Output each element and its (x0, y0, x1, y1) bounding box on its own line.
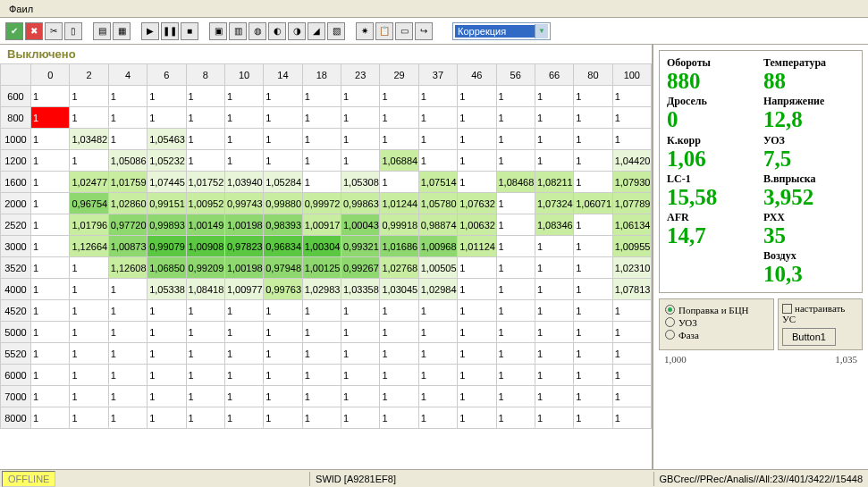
grid-cell[interactable]: 1 (458, 300, 496, 322)
grid-cell[interactable]: 1,00304 (302, 236, 341, 257)
grid-cell[interactable]: 1 (224, 322, 263, 343)
grid-cell[interactable]: 1 (612, 407, 651, 429)
grid-cell[interactable]: 1 (341, 86, 380, 107)
grid-cell[interactable]: 1 (302, 407, 341, 429)
grid-cell[interactable]: 1,06071 (574, 193, 612, 214)
stop-icon[interactable]: ■ (181, 22, 198, 40)
grid-cell[interactable]: 1 (535, 279, 573, 300)
col-header[interactable]: 100 (612, 64, 651, 86)
grid-cell[interactable]: 1 (458, 129, 496, 150)
grid-cell[interactable]: 1,01244 (380, 193, 418, 214)
exit-icon[interactable]: ↪ (415, 22, 433, 40)
grid-cell[interactable]: 1 (31, 193, 70, 214)
tool-icon[interactable]: ✂ (45, 22, 63, 40)
grid-cell[interactable]: 1 (535, 257, 573, 279)
grid-cell[interactable]: 1 (31, 279, 70, 300)
data-grid[interactable]: 0246810141823293746566680100600111111111… (0, 63, 652, 469)
grid-cell[interactable]: 1 (380, 343, 418, 365)
grid-cell[interactable]: 1 (264, 407, 302, 429)
grid-cell[interactable]: 1 (496, 386, 535, 407)
grid-cell[interactable]: 1 (108, 322, 147, 343)
col-header[interactable]: 56 (496, 64, 535, 86)
grid-cell[interactable]: 1 (574, 365, 612, 386)
grid-cell[interactable]: 1 (496, 86, 535, 107)
grid-cell[interactable]: 1 (186, 365, 224, 386)
grid-cell[interactable]: 1 (302, 129, 341, 150)
grid-cell[interactable]: 1 (31, 300, 70, 322)
grid-cell[interactable]: 1 (418, 150, 457, 172)
grid-cell[interactable]: 1 (341, 343, 380, 365)
grid-cell[interactable]: 1 (186, 407, 224, 429)
grid-cell[interactable]: 1 (224, 129, 263, 150)
grid-cell[interactable]: 1 (458, 107, 496, 129)
accept-icon[interactable]: ✔ (5, 22, 23, 40)
grid-cell[interactable]: 1 (108, 107, 147, 129)
grid-cell[interactable]: 1 (224, 365, 263, 386)
grid-cell[interactable]: 1 (186, 386, 224, 407)
grid-cell[interactable]: 1,03482 (70, 129, 108, 150)
grid-cell[interactable]: 1 (186, 343, 224, 365)
grid-cell[interactable]: 1 (264, 322, 302, 343)
grid-cell[interactable]: 1 (496, 129, 535, 150)
col-header[interactable]: 23 (341, 64, 380, 86)
grid-cell[interactable]: 0,99267 (341, 257, 380, 279)
grid-cell[interactable]: 1 (380, 86, 418, 107)
grid-cell[interactable]: 1 (496, 343, 535, 365)
grid-cell[interactable]: 1 (458, 150, 496, 172)
copy-icon[interactable]: 📋 (375, 22, 393, 40)
grid-cell[interactable]: 1 (31, 236, 70, 257)
grid-cell[interactable]: 1 (612, 322, 651, 343)
grid-cell[interactable]: 0,99893 (147, 214, 186, 236)
grid-cell[interactable]: 1,07324 (535, 193, 573, 214)
row-header[interactable]: 1000 (1, 129, 31, 150)
grid-cell[interactable]: 1 (264, 365, 302, 386)
grid-cell[interactable]: 0,99079 (147, 236, 186, 257)
grid-cell[interactable]: 1 (147, 86, 186, 107)
grid-cell[interactable]: 1 (31, 407, 70, 429)
grid-cell[interactable]: 1 (535, 86, 573, 107)
grid-cell[interactable]: 1 (535, 322, 573, 343)
radio-uoz[interactable]: УОЗ (665, 317, 768, 328)
grid-cell[interactable]: 1 (224, 343, 263, 365)
checkbox-tune[interactable]: настраивать УС (782, 303, 858, 325)
grid-cell[interactable]: 1 (341, 386, 380, 407)
col-header[interactable]: 37 (418, 64, 457, 86)
grid-cell[interactable]: 0,99151 (147, 193, 186, 214)
grid-cell[interactable]: 1 (535, 236, 573, 257)
panel4-icon[interactable]: ◐ (268, 22, 286, 40)
grid-cell[interactable]: 1 (264, 386, 302, 407)
grid-cell[interactable]: 1,04420 (612, 150, 651, 172)
doc-icon[interactable]: ▤ (93, 22, 111, 40)
col-header[interactable]: 14 (264, 64, 302, 86)
grid-cell[interactable]: 1 (70, 343, 108, 365)
grid-cell[interactable]: 1 (108, 343, 147, 365)
grid-cell[interactable]: 1,00198 (224, 257, 263, 279)
col-header[interactable]: 10 (224, 64, 263, 86)
grid-cell[interactable]: 1,00149 (186, 214, 224, 236)
panel5-icon[interactable]: ◑ (288, 22, 306, 40)
cancel-icon[interactable]: ✖ (25, 22, 43, 40)
grid-cell[interactable]: 1 (70, 150, 108, 172)
grid-cell[interactable]: 1 (224, 300, 263, 322)
panel3-icon[interactable]: ◍ (249, 22, 266, 40)
grid-cell[interactable]: 1,00125 (302, 257, 341, 279)
grid-cell[interactable]: 1,00505 (418, 257, 457, 279)
grid-cell[interactable]: 1,00955 (612, 236, 651, 257)
row-header[interactable]: 1600 (1, 172, 31, 193)
grid-cell[interactable]: 1 (264, 150, 302, 172)
grid-cell[interactable]: 0,99321 (341, 236, 380, 257)
pause-icon[interactable]: ❚❚ (161, 22, 179, 40)
grid-cell[interactable]: 1 (612, 343, 651, 365)
grid-cell[interactable]: 1 (574, 407, 612, 429)
grid-cell[interactable]: 0,99763 (264, 279, 302, 300)
grid-cell[interactable]: 1 (496, 107, 535, 129)
gear-icon[interactable]: ✷ (356, 22, 374, 40)
grid-cell[interactable]: 1 (380, 107, 418, 129)
grid-cell[interactable]: 1 (31, 343, 70, 365)
col-header[interactable]: 80 (574, 64, 612, 86)
grid-cell[interactable]: 1 (31, 214, 70, 236)
grid-cell[interactable]: 1 (574, 236, 612, 257)
grid-cell[interactable]: 1,05308 (341, 172, 380, 193)
grid-cell[interactable]: 1 (612, 129, 651, 150)
grid-cell[interactable]: 1 (341, 322, 380, 343)
